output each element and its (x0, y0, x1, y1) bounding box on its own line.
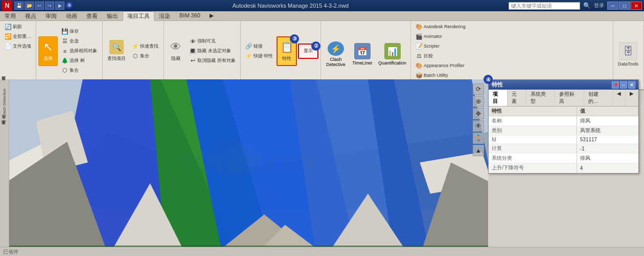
tab-output[interactable]: 输出 (102, 11, 123, 21)
cancel-hide-label: 取消隐藏 所有对象 (197, 57, 236, 64)
data-tools-button[interactable]: 🗄 DataTools (615, 39, 641, 69)
tb-open[interactable]: 📂 (25, 2, 34, 10)
quantification-button[interactable]: 📊 Quantification (376, 39, 408, 69)
window-title: Autodesk Navisworks Manage 2015 4-3-2.nw… (73, 3, 509, 9)
panel-tab-created[interactable]: 创建的… (584, 90, 613, 106)
main-viewport: TUTUISOFT 迅能教学网 ⟳ ⊕ ✥ 👁 🚶 ▲ (9, 79, 488, 256)
compare-button[interactable]: ⚖ 比较 (413, 51, 435, 60)
merge-button[interactable]: ⬡ 集合 (129, 51, 161, 60)
tab-review[interactable]: 审阅 (41, 11, 61, 21)
tab-render[interactable]: 渲染 (154, 11, 175, 21)
panel-tab-system-type[interactable]: 系统类型 (526, 90, 556, 106)
file-icon: 📄 (5, 42, 12, 50)
autodesk-rendering-label: Autodesk Rendering (424, 24, 466, 29)
clash-detective-label: ClashDetective (326, 57, 346, 67)
sidebar-item-measure[interactable]: 测量工具 (1, 125, 8, 130)
tb-nav[interactable]: ▶ (55, 2, 64, 10)
animator-label: Animator (424, 34, 442, 39)
refresh-button[interactable]: 🔄 刷新 (2, 22, 25, 31)
display-button[interactable]: 显示 ② (298, 44, 318, 59)
autodesk-rendering-icon: 🎨 (416, 23, 423, 30)
select-all-button[interactable]: ☰ 全选 (59, 37, 100, 46)
quantification-icon: 📊 (384, 43, 401, 59)
hide-button[interactable]: 👁 隐藏 (166, 36, 186, 66)
table-row: 上升/下降符号4 (489, 163, 638, 173)
link-button[interactable]: 🔗 链接 (243, 41, 276, 51)
login-label[interactable]: 登录 (594, 2, 604, 9)
sidebar-item-sets[interactable]: 集合 (1, 120, 8, 124)
file-options-button[interactable]: 📄 文件选项 (2, 41, 34, 51)
hide-label: 隐藏 (171, 55, 180, 62)
properties-button[interactable]: 📋 特性 ③ (277, 36, 297, 66)
select-tree-button[interactable]: 🌲 选择 树 (59, 56, 100, 66)
col-value: 值 (577, 106, 638, 116)
title-right: 🔍 登录 ─ □ ✕ (509, 2, 642, 10)
hide-unselected-icon: 🔳 (189, 48, 196, 55)
scripter-button[interactable]: 📝 Scripter (413, 41, 442, 51)
save-selection-button[interactable]: 💾 保存 (59, 27, 100, 36)
maximize-button[interactable]: □ (619, 2, 630, 10)
quick-find-button[interactable]: ⚡ 快速查找 (129, 41, 161, 51)
force-visible-button[interactable]: 👁 强制可见 (187, 37, 238, 46)
viewport-tools: ⟳ ⊕ ✥ 👁 🚶 ▲ (471, 81, 486, 158)
vt-fly[interactable]: ▲ (473, 145, 484, 156)
reload-button[interactable]: 🔁 全部重… (2, 32, 34, 41)
sidebar-item-scene[interactable]: 场景目录 (1, 81, 8, 86)
timeliner-button[interactable]: 📅 TimeLiner (350, 39, 375, 69)
close-button[interactable]: ✕ (631, 2, 642, 10)
minimize-button[interactable]: ─ (607, 2, 618, 10)
tab-normal[interactable]: 常用 (0, 11, 20, 21)
panel-tab-item[interactable]: 项目 (489, 90, 508, 106)
search-input[interactable] (509, 2, 580, 10)
tab-viewpoint[interactable]: 视点 (20, 11, 41, 21)
find-items-button[interactable]: 🔍 查找项目 (105, 36, 128, 66)
tb-save[interactable]: 💾 (14, 2, 24, 10)
vt-walk[interactable]: 🚶 (473, 133, 484, 144)
set-button[interactable]: ⬡ 集合 (59, 66, 100, 75)
vt-orbit[interactable]: ⟳ (473, 83, 484, 95)
batch-utility-button[interactable]: 📦 Batch Utility (413, 71, 451, 80)
appearance-profiler-button[interactable]: 🎨 Appearance Profiler (413, 61, 467, 70)
table-row: 类别风管系统 (489, 126, 638, 136)
panel-close-button[interactable]: ✕ (628, 81, 635, 89)
vt-zoom[interactable]: ⊕ (473, 96, 484, 107)
property-name: 上升/下降符号 (489, 163, 577, 173)
find-items-label: 查找项目 (107, 55, 126, 62)
panel-tab-prev[interactable]: ◀ (613, 90, 626, 106)
animator-button[interactable]: 🎬 Animator (413, 32, 445, 41)
properties-panel: 特性 📌 ─ ✕ ④ 项目 元素 系统类型 参照标高 创建的… ◀ ▶ 特性 值… (488, 79, 639, 174)
select-tree-label: 选择 树 (70, 57, 85, 64)
cancel-hide-button[interactable]: ↩ 取消隐藏 所有对象 (187, 56, 238, 66)
panel-tab-element[interactable]: 元素 (508, 90, 526, 106)
autodesk-rendering-button[interactable]: 🎨 Autodesk Rendering (413, 22, 468, 31)
tb-undo[interactable]: ↩ (35, 2, 44, 10)
ribbon-section-tabs: 常用 视点 审阅 动画 查看 输出 项目工具 渲染 BIM 360 ▶ (0, 11, 644, 21)
vt-look[interactable]: 👁 (473, 120, 484, 132)
select-label: 选择 (43, 55, 53, 62)
hide-unselected-button[interactable]: 🔳 隐藏 未选定对象 (187, 47, 238, 56)
panel-tab-next[interactable]: ▶ (626, 90, 638, 106)
panel-controls: 📌 ─ ✕ (612, 81, 635, 89)
appearance-profiler-label: Appearance Profiler (424, 63, 465, 68)
vt-pan[interactable]: ✥ (473, 108, 484, 119)
tab-animation[interactable]: 动画 (61, 11, 82, 21)
tab-project-tools[interactable]: 项目工具 (123, 11, 154, 21)
select-button[interactable]: ↖ 选择 (38, 36, 58, 66)
tb-redo[interactable]: ↪ (45, 2, 54, 10)
panel-tab-reference-level[interactable]: 参照标高 (555, 90, 584, 106)
quick-props-button[interactable]: ⚡ 快捷 特性 (243, 51, 276, 60)
tab-more[interactable]: ▶ (205, 11, 218, 21)
properties-label: 特性 (282, 55, 291, 62)
panel-pin-button[interactable]: 📌 (612, 81, 619, 89)
select-small-group: 💾 保存 ☰ 全选 ≡ 选择相同对象 🌲 选择 树 ⬡ 集合 (59, 27, 100, 75)
save-icon: 💾 (61, 28, 68, 35)
col-property: 特性 (489, 106, 577, 116)
panel-minimize-button[interactable]: ─ (620, 81, 627, 89)
tab-view[interactable]: 查看 (82, 11, 102, 21)
scripter-icon: 📝 (416, 42, 423, 50)
clash-detective-button[interactable]: ⚡ ClashDetective (323, 39, 349, 69)
select-same-button[interactable]: ≡ 选择相同对象 (59, 47, 100, 56)
sidebar-item-clash[interactable]: Clash Detective (1, 87, 8, 119)
tab-bim360[interactable]: BIM 360 (175, 11, 205, 21)
select-same-icon: ≡ (61, 48, 68, 55)
